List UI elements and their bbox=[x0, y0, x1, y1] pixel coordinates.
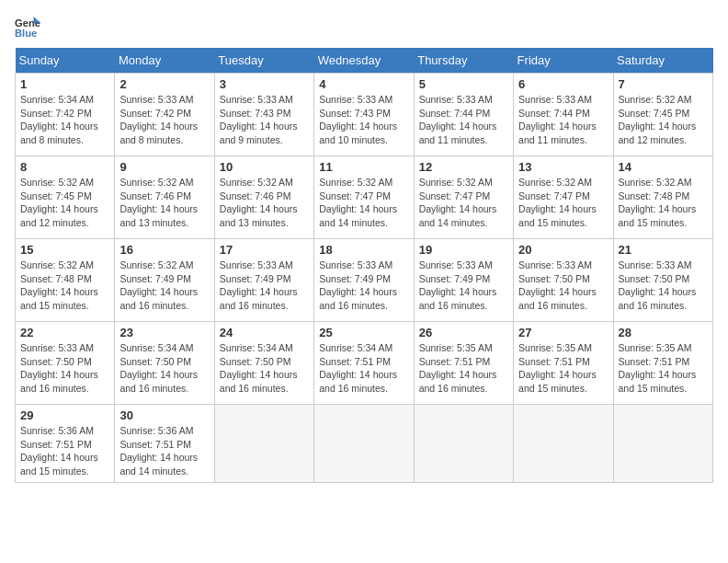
calendar-day-cell: 17 Sunrise: 5:33 AM Sunset: 7:49 PM Dayl… bbox=[214, 239, 313, 322]
calendar-day-cell: 16 Sunrise: 5:32 AM Sunset: 7:49 PM Dayl… bbox=[115, 239, 214, 322]
empty-cell bbox=[414, 405, 513, 483]
calendar-day-cell: 1 Sunrise: 5:34 AM Sunset: 7:42 PM Dayli… bbox=[16, 74, 115, 156]
calendar-day-cell: 6 Sunrise: 5:33 AM Sunset: 7:44 PM Dayli… bbox=[514, 74, 613, 156]
calendar-day-cell: 3 Sunrise: 5:33 AM Sunset: 7:43 PM Dayli… bbox=[214, 74, 313, 156]
day-number: 28 bbox=[619, 326, 708, 339]
day-number: 7 bbox=[619, 77, 708, 91]
day-number: 17 bbox=[220, 243, 309, 257]
day-number: 9 bbox=[119, 160, 209, 174]
day-info: Sunrise: 5:32 AM Sunset: 7:48 PM Dayligh… bbox=[20, 259, 109, 313]
day-info: Sunrise: 5:32 AM Sunset: 7:48 PM Dayligh… bbox=[619, 176, 708, 230]
calendar-day-cell: 13 Sunrise: 5:32 AM Sunset: 7:47 PM Dayl… bbox=[514, 156, 613, 239]
day-number: 20 bbox=[518, 243, 608, 257]
day-number: 16 bbox=[119, 243, 209, 257]
day-info: Sunrise: 5:32 AM Sunset: 7:46 PM Dayligh… bbox=[220, 176, 309, 230]
day-number: 30 bbox=[119, 408, 209, 422]
calendar-day-cell: 10 Sunrise: 5:32 AM Sunset: 7:46 PM Dayl… bbox=[214, 156, 313, 239]
day-info: Sunrise: 5:34 AM Sunset: 7:50 PM Dayligh… bbox=[119, 341, 209, 396]
day-number: 14 bbox=[619, 160, 708, 174]
day-info: Sunrise: 5:33 AM Sunset: 7:50 PM Dayligh… bbox=[518, 259, 608, 313]
calendar-day-cell: 22 Sunrise: 5:33 AM Sunset: 7:50 PM Dayl… bbox=[16, 322, 115, 405]
calendar-day-cell: 15 Sunrise: 5:32 AM Sunset: 7:48 PM Dayl… bbox=[16, 239, 115, 322]
calendar-week-row: 8 Sunrise: 5:32 AM Sunset: 7:45 PM Dayli… bbox=[16, 156, 713, 239]
header-thursday: Thursday bbox=[414, 48, 513, 74]
day-info: Sunrise: 5:34 AM Sunset: 7:42 PM Dayligh… bbox=[20, 93, 109, 147]
day-info: Sunrise: 5:32 AM Sunset: 7:47 PM Dayligh… bbox=[518, 176, 608, 230]
day-info: Sunrise: 5:33 AM Sunset: 7:43 PM Dayligh… bbox=[220, 93, 309, 147]
header-tuesday: Tuesday bbox=[214, 48, 313, 74]
day-info: Sunrise: 5:33 AM Sunset: 7:50 PM Dayligh… bbox=[619, 259, 708, 313]
day-info: Sunrise: 5:34 AM Sunset: 7:50 PM Dayligh… bbox=[220, 341, 309, 396]
day-number: 13 bbox=[518, 160, 608, 174]
empty-cell bbox=[214, 405, 313, 483]
day-number: 18 bbox=[319, 243, 408, 257]
day-info: Sunrise: 5:33 AM Sunset: 7:42 PM Dayligh… bbox=[119, 93, 209, 147]
calendar-day-cell: 25 Sunrise: 5:34 AM Sunset: 7:51 PM Dayl… bbox=[314, 322, 414, 405]
day-number: 23 bbox=[119, 326, 209, 339]
calendar-day-cell: 5 Sunrise: 5:33 AM Sunset: 7:44 PM Dayli… bbox=[414, 74, 513, 156]
day-info: Sunrise: 5:33 AM Sunset: 7:49 PM Dayligh… bbox=[419, 259, 508, 313]
day-number: 12 bbox=[419, 160, 508, 174]
day-info: Sunrise: 5:33 AM Sunset: 7:49 PM Dayligh… bbox=[220, 259, 309, 313]
day-number: 2 bbox=[119, 77, 209, 91]
calendar-day-cell: 7 Sunrise: 5:32 AM Sunset: 7:45 PM Dayli… bbox=[613, 74, 712, 156]
calendar-day-cell: 11 Sunrise: 5:32 AM Sunset: 7:47 PM Dayl… bbox=[314, 156, 414, 239]
day-number: 1 bbox=[20, 77, 109, 91]
calendar-day-cell: 18 Sunrise: 5:33 AM Sunset: 7:49 PM Dayl… bbox=[314, 239, 414, 322]
day-info: Sunrise: 5:32 AM Sunset: 7:45 PM Dayligh… bbox=[619, 93, 708, 147]
svg-text:Blue: Blue bbox=[15, 28, 37, 39]
day-info: Sunrise: 5:32 AM Sunset: 7:47 PM Dayligh… bbox=[319, 176, 408, 230]
calendar-day-cell: 29 Sunrise: 5:36 AM Sunset: 7:51 PM Dayl… bbox=[16, 405, 115, 483]
day-number: 26 bbox=[419, 326, 508, 339]
calendar-day-cell: 28 Sunrise: 5:35 AM Sunset: 7:51 PM Dayl… bbox=[613, 322, 712, 405]
calendar-day-cell: 20 Sunrise: 5:33 AM Sunset: 7:50 PM Dayl… bbox=[514, 239, 613, 322]
day-info: Sunrise: 5:32 AM Sunset: 7:47 PM Dayligh… bbox=[419, 176, 508, 230]
header-sunday: Sunday bbox=[16, 48, 115, 74]
calendar-week-row: 22 Sunrise: 5:33 AM Sunset: 7:50 PM Dayl… bbox=[16, 322, 713, 405]
calendar-day-cell: 27 Sunrise: 5:35 AM Sunset: 7:51 PM Dayl… bbox=[514, 322, 613, 405]
day-info: Sunrise: 5:32 AM Sunset: 7:46 PM Dayligh… bbox=[119, 176, 209, 230]
day-info: Sunrise: 5:34 AM Sunset: 7:51 PM Dayligh… bbox=[319, 341, 408, 396]
calendar-day-cell: 4 Sunrise: 5:33 AM Sunset: 7:43 PM Dayli… bbox=[314, 74, 414, 156]
day-info: Sunrise: 5:33 AM Sunset: 7:43 PM Dayligh… bbox=[319, 93, 408, 147]
empty-cell bbox=[314, 405, 414, 483]
day-info: Sunrise: 5:33 AM Sunset: 7:44 PM Dayligh… bbox=[419, 93, 508, 147]
day-number: 15 bbox=[20, 243, 109, 257]
day-number: 27 bbox=[518, 326, 608, 339]
logo-icon: General Blue bbox=[15, 15, 40, 40]
day-info: Sunrise: 5:35 AM Sunset: 7:51 PM Dayligh… bbox=[518, 341, 608, 396]
header-wednesday: Wednesday bbox=[314, 48, 414, 74]
header: General Blue bbox=[15, 15, 713, 40]
day-info: Sunrise: 5:33 AM Sunset: 7:44 PM Dayligh… bbox=[518, 93, 608, 147]
header-saturday: Saturday bbox=[613, 48, 712, 74]
day-number: 22 bbox=[20, 326, 109, 339]
day-number: 5 bbox=[419, 77, 508, 91]
calendar-day-cell: 19 Sunrise: 5:33 AM Sunset: 7:49 PM Dayl… bbox=[414, 239, 513, 322]
day-number: 24 bbox=[220, 326, 309, 339]
empty-cell bbox=[613, 405, 712, 483]
calendar-week-row: 15 Sunrise: 5:32 AM Sunset: 7:48 PM Dayl… bbox=[16, 239, 713, 322]
calendar-week-row: 1 Sunrise: 5:34 AM Sunset: 7:42 PM Dayli… bbox=[16, 74, 713, 156]
day-info: Sunrise: 5:32 AM Sunset: 7:49 PM Dayligh… bbox=[119, 259, 209, 313]
day-number: 25 bbox=[319, 326, 408, 339]
day-number: 4 bbox=[319, 77, 408, 91]
day-number: 19 bbox=[419, 243, 508, 257]
header-friday: Friday bbox=[514, 48, 613, 74]
calendar-day-cell: 12 Sunrise: 5:32 AM Sunset: 7:47 PM Dayl… bbox=[414, 156, 513, 239]
day-number: 3 bbox=[220, 77, 309, 91]
calendar-day-cell: 30 Sunrise: 5:36 AM Sunset: 7:51 PM Dayl… bbox=[115, 405, 214, 483]
calendar-day-cell: 24 Sunrise: 5:34 AM Sunset: 7:50 PM Dayl… bbox=[214, 322, 313, 405]
day-info: Sunrise: 5:36 AM Sunset: 7:51 PM Dayligh… bbox=[20, 424, 109, 478]
day-number: 11 bbox=[319, 160, 408, 174]
day-info: Sunrise: 5:33 AM Sunset: 7:49 PM Dayligh… bbox=[319, 259, 408, 313]
calendar-day-cell: 23 Sunrise: 5:34 AM Sunset: 7:50 PM Dayl… bbox=[115, 322, 214, 405]
calendar-header-row: SundayMondayTuesdayWednesdayThursdayFrid… bbox=[16, 48, 713, 74]
day-number: 10 bbox=[220, 160, 309, 174]
day-info: Sunrise: 5:33 AM Sunset: 7:50 PM Dayligh… bbox=[20, 341, 109, 396]
logo: General Blue bbox=[15, 15, 44, 40]
calendar-day-cell: 2 Sunrise: 5:33 AM Sunset: 7:42 PM Dayli… bbox=[115, 74, 214, 156]
day-number: 6 bbox=[518, 77, 608, 91]
day-info: Sunrise: 5:32 AM Sunset: 7:45 PM Dayligh… bbox=[20, 176, 109, 230]
calendar-day-cell: 8 Sunrise: 5:32 AM Sunset: 7:45 PM Dayli… bbox=[16, 156, 115, 239]
day-info: Sunrise: 5:35 AM Sunset: 7:51 PM Dayligh… bbox=[419, 341, 508, 396]
